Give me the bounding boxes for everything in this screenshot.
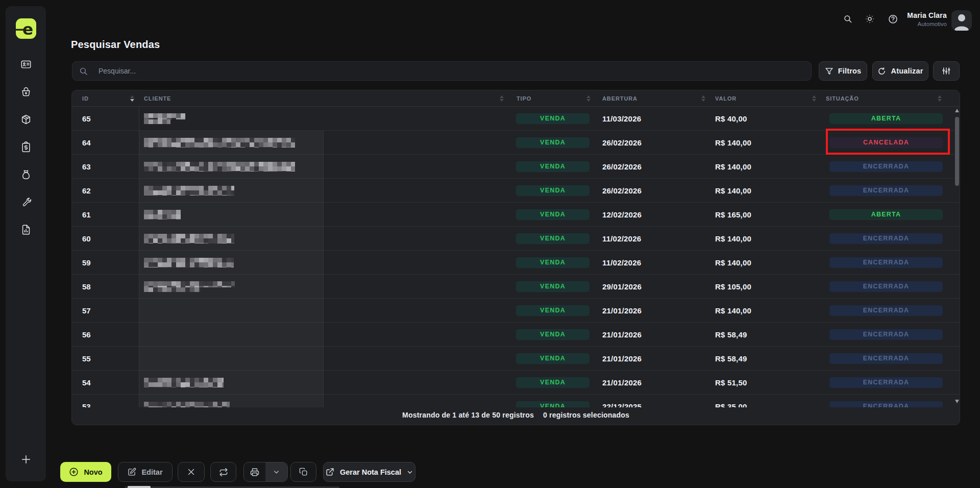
situacao-badge: ENCERRADA: [829, 257, 943, 268]
cell-tipo: VENDA: [508, 257, 595, 268]
printer-icon: [250, 468, 259, 477]
new-button[interactable]: Novo: [60, 462, 111, 482]
cell-situacao: ENCERRADA: [821, 161, 946, 172]
cell-abertura: 21/01/2026: [595, 354, 710, 363]
cell-id: 64: [72, 138, 139, 147]
sidebar-item-package[interactable]: [20, 114, 32, 125]
sidebar-item-clipboard-dollar[interactable]: [20, 141, 32, 153]
tipo-badge: VENDA: [516, 401, 590, 408]
column-header-situao[interactable]: SITUAÇÃO: [821, 95, 946, 102]
sales-table-card: IDCLIENTETIPOABERTURAVALORSITUAÇÃO 65VEN…: [71, 90, 960, 425]
sidebar-item-basket[interactable]: [20, 86, 32, 97]
file-chart-icon: [20, 224, 32, 235]
cell-id: 62: [72, 186, 139, 195]
column-header-valor[interactable]: VALOR: [710, 95, 821, 102]
cell-id: 56: [72, 330, 139, 339]
column-label: ID: [82, 95, 89, 102]
cell-situacao: ENCERRADA: [821, 257, 946, 268]
cell-id: 54: [72, 378, 139, 387]
cell-abertura: 21/01/2026: [595, 306, 710, 315]
cell-situacao: ENCERRADA: [821, 281, 946, 292]
plus-icon: [20, 453, 32, 466]
scroll-up-arrow-icon[interactable]: [955, 109, 959, 112]
print-split-button: [243, 462, 288, 482]
column-settings-button[interactable]: [933, 61, 960, 81]
package-icon: [20, 114, 32, 125]
generate-invoice-button[interactable]: Gerar Nota Fiscal: [323, 462, 415, 482]
avatar[interactable]: [951, 10, 972, 31]
scroll-down-arrow-icon[interactable]: [955, 400, 959, 403]
column-label: VALOR: [715, 95, 737, 102]
cell-tipo: VENDA: [508, 377, 595, 388]
sidebar-item-money-bag[interactable]: [20, 169, 32, 180]
column-header-id[interactable]: ID: [72, 95, 139, 102]
cell-valor: R$ 165,00: [710, 210, 821, 219]
logo-e-icon: e: [16, 18, 36, 39]
column-label: ABERTURA: [602, 95, 638, 102]
cell-cliente: [139, 113, 508, 124]
cell-abertura: 21/01/2026: [595, 378, 710, 387]
scrollbar-thumb[interactable]: [955, 117, 959, 186]
tipo-badge: VENDA: [516, 353, 590, 364]
cell-abertura: 21/01/2026: [595, 330, 710, 339]
tipo-badge: VENDA: [516, 233, 590, 244]
sidebar-add-button[interactable]: [20, 454, 32, 465]
refresh-button[interactable]: Atualizar: [872, 61, 928, 81]
svg-text:e: e: [22, 20, 33, 38]
basket-icon: [20, 86, 32, 97]
cell-id: 55: [72, 354, 139, 363]
cell-abertura: 11/03/2026: [595, 114, 710, 123]
column-label: SITUAÇÃO: [826, 95, 859, 102]
search-input[interactable]: [99, 67, 711, 75]
circle-plus-icon: [69, 467, 79, 477]
user-menu[interactable]: Maria Clara Automotivo: [907, 11, 947, 27]
cell-situacao: ENCERRADA: [821, 329, 946, 340]
cancel-button[interactable]: [178, 462, 205, 482]
situacao-badge: ENCERRADA: [829, 329, 943, 340]
cell-tipo: VENDA: [508, 305, 595, 316]
sort-icon: [586, 95, 591, 102]
theme-toggle-button[interactable]: [865, 14, 874, 23]
situacao-badge: ENCERRADA: [829, 305, 943, 316]
cell-tipo: VENDA: [508, 329, 595, 340]
column-header-tipo[interactable]: TIPO: [508, 95, 595, 102]
sidebar-item-wrench[interactable]: [20, 197, 32, 208]
cell-valor: R$ 51,50: [710, 378, 821, 387]
situacao-badge: ABERTA: [829, 209, 943, 220]
sidebar: e: [6, 6, 46, 481]
sidebar-item-id-card[interactable]: [20, 59, 32, 70]
tipo-badge: VENDA: [516, 329, 590, 340]
cell-situacao: ENCERRADA: [821, 305, 946, 316]
id-card-icon: [20, 59, 32, 70]
help-button[interactable]: [888, 14, 897, 23]
cell-situacao: ENCERRADA: [821, 401, 946, 408]
edit-button[interactable]: Editar: [118, 462, 173, 482]
app-logo[interactable]: e: [16, 18, 36, 39]
reopen-button[interactable]: [210, 462, 236, 482]
sort-icon: [812, 95, 816, 102]
cell-valor: R$ 105,00: [710, 282, 821, 291]
privacy-blur-region: [139, 131, 324, 407]
cell-tipo: VENDA: [508, 281, 595, 292]
cell-id: 61: [72, 210, 139, 219]
refresh-icon: [877, 67, 886, 76]
brightness-icon: [865, 14, 874, 23]
tipo-badge: VENDA: [516, 113, 590, 124]
column-header-abertura[interactable]: ABERTURA: [595, 95, 710, 102]
situacao-badge: ENCERRADA: [829, 185, 943, 196]
cell-abertura: 26/02/2026: [595, 186, 710, 195]
search-box: [72, 61, 812, 81]
filters-button[interactable]: Filtros: [819, 61, 867, 81]
topbar-search-button[interactable]: [843, 14, 852, 23]
invoice-label: Gerar Nota Fiscal: [340, 468, 401, 476]
sidebar-item-file-chart[interactable]: [20, 224, 32, 235]
table-row-65[interactable]: 65VENDA11/03/2026R$ 40,00ABERTA: [72, 107, 960, 131]
print-options-button[interactable]: [265, 462, 287, 481]
cell-tipo: VENDA: [508, 137, 595, 148]
duplicate-button[interactable]: [290, 462, 316, 482]
new-label: Novo: [84, 468, 102, 476]
table-scrollbar[interactable]: [954, 108, 960, 404]
print-button[interactable]: [244, 462, 265, 481]
column-header-cliente[interactable]: CLIENTE: [139, 95, 508, 102]
column-label: TIPO: [517, 95, 531, 102]
